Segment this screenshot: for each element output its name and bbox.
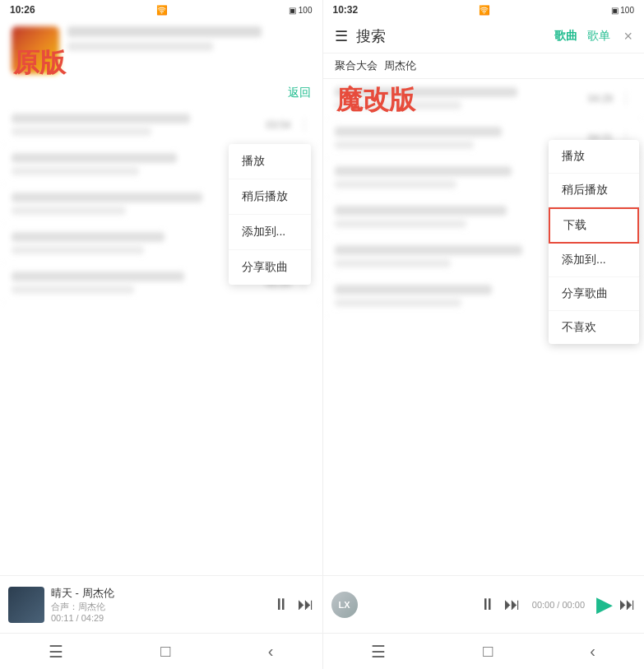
player-info: 晴天 - 周杰伦 合声：周杰伦 00:11 / 04:29 — [51, 586, 266, 623]
player-avatar: LX — [331, 592, 358, 618]
left-status-icons: ▣ 100 — [289, 6, 312, 15]
song-info — [12, 114, 266, 136]
album-title-blur — [67, 26, 262, 37]
menu-item-play-later[interactable]: 稍后播放 — [549, 174, 639, 207]
label-mogaiban: 魔改版 — [336, 82, 415, 118]
right-search-bar: 聚合大会 周杰伦 — [323, 53, 645, 79]
menu-item-download[interactable]: 下载 — [549, 207, 639, 244]
song-name-blur — [335, 166, 512, 176]
left-context-menu: 播放 稍后播放 添加到... 分享歌曲 — [229, 144, 311, 285]
return-button[interactable]: 返回 — [0, 81, 322, 105]
header-title: 搜索 — [356, 26, 386, 46]
menu-item-add-to[interactable]: 添加到... — [229, 215, 311, 250]
right-battery-icon: ▣ 100 — [611, 6, 634, 15]
song-artist-blur — [12, 128, 151, 136]
next-button-right[interactable]: ⏭ — [504, 595, 521, 614]
left-battery-icon: ▣ 100 — [289, 6, 312, 15]
pause-button-right[interactable]: ⏸ — [480, 595, 496, 614]
right-nav-home-icon[interactable]: □ — [483, 642, 493, 661]
song-artist-blur — [335, 141, 475, 149]
close-button[interactable]: × — [623, 28, 632, 45]
menu-item-play[interactable]: 播放 — [229, 144, 311, 179]
player-controls: ⏸ ⏭ — [273, 595, 314, 614]
right-header: ☰ 搜索 歌曲 歌单 × — [323, 20, 645, 53]
song-name-blur — [12, 272, 184, 281]
album-sub-blur — [67, 42, 213, 51]
right-status-bar: 10:32 🛜 ▣ 100 — [323, 0, 645, 20]
tab-songs[interactable]: 歌曲 — [554, 29, 577, 44]
song-artist-blur — [335, 299, 461, 307]
more-icon[interactable]: ⋮ — [298, 117, 311, 132]
player-artist: 合声：周杰伦 — [51, 601, 266, 613]
menu-item-share[interactable]: 分享歌曲 — [229, 250, 311, 285]
nav-home-icon[interactable]: □ — [160, 642, 170, 661]
song-name-blur — [12, 232, 164, 242]
song-duration: 03:54 — [266, 119, 290, 131]
left-nav-bar: ☰ □ ‹ — [0, 633, 322, 669]
song-name-blur — [335, 206, 507, 216]
menu-item-play[interactable]: 播放 — [549, 140, 639, 174]
search-term-2[interactable]: 周杰伦 — [384, 58, 416, 73]
play-button-right[interactable]: ▶ — [596, 592, 613, 617]
right-context-menu: 播放 稍后播放 下载 添加到... 分享歌曲 不喜欢 — [549, 140, 639, 344]
song-name-blur — [335, 127, 503, 137]
song-artist-blur — [12, 207, 126, 215]
skip-button-right[interactable]: ⏭ — [619, 595, 636, 614]
label-yuanban: 原版 — [13, 45, 66, 81]
menu-item-dislike[interactable]: 不喜欢 — [549, 311, 639, 344]
song-artist-blur — [335, 220, 466, 228]
album-details — [67, 26, 311, 51]
left-panel: 10:26 🛜 ▣ 100 原版 返回 03:54 ⋮ — [0, 0, 322, 669]
more-icon[interactable]: ⋮ — [619, 91, 632, 106]
right-status-icons: ▣ 100 — [611, 6, 634, 15]
song-name-blur — [12, 193, 202, 202]
menu-item-play-later[interactable]: 稍后播放 — [229, 179, 311, 215]
right-nav-bar: ☰ □ ‹ — [323, 633, 645, 669]
menu-item-share[interactable]: 分享歌曲 — [549, 277, 639, 311]
right-bottom-player: LX ⏸ ⏭ 00:00 / 00:00 ▶ ⏭ — [323, 575, 645, 633]
left-bottom-player: 晴天 - 周杰伦 合声：周杰伦 00:11 / 04:29 ⏸ ⏭ — [0, 575, 322, 633]
song-artist-blur — [12, 286, 134, 294]
right-panel: 10:32 🛜 ▣ 100 ☰ 搜索 歌曲 歌单 × 聚合大会 周杰伦 魔改版 … — [322, 0, 645, 669]
right-nav-menu-icon[interactable]: ☰ — [371, 642, 386, 662]
song-name-blur — [335, 245, 522, 255]
left-status-bar: 10:26 🛜 ▣ 100 — [0, 0, 322, 20]
nav-back-icon[interactable]: ‹ — [268, 642, 274, 661]
right-player-time: 00:00 / 00:00 — [532, 600, 585, 610]
header-tabs: 歌曲 歌单 — [554, 29, 610, 44]
song-artist-blur — [335, 180, 456, 188]
hamburger-icon[interactable]: ☰ — [335, 27, 348, 45]
song-name-blur — [335, 285, 492, 295]
right-wifi-icon: 🛜 — [479, 5, 490, 16]
pause-button[interactable]: ⏸ — [273, 595, 290, 614]
search-term-1[interactable]: 聚合大会 — [335, 58, 378, 73]
song-artist-blur — [335, 259, 452, 267]
song-artist-blur — [12, 167, 139, 175]
next-button[interactable]: ⏭ — [298, 595, 314, 614]
tab-playlist[interactable]: 歌单 — [587, 29, 610, 44]
player-album-art — [8, 587, 44, 623]
right-nav-back-icon[interactable]: ‹ — [590, 642, 595, 661]
song-artist-blur — [12, 246, 144, 254]
song-name-blur — [12, 114, 190, 123]
right-time: 10:32 — [333, 4, 359, 16]
player-song-name: 晴天 - 周杰伦 — [51, 586, 266, 601]
song-duration: 04:29 — [588, 93, 613, 105]
player-time: 00:11 / 04:29 — [51, 613, 266, 623]
left-wifi-icon: 🛜 — [156, 5, 168, 16]
table-row: 03:54 ⋮ — [0, 105, 322, 145]
left-time: 10:26 — [10, 4, 35, 16]
menu-item-add-to[interactable]: 添加到... — [549, 244, 639, 277]
right-player-controls: ⏸ ⏭ — [480, 595, 521, 614]
nav-menu-icon[interactable]: ☰ — [49, 642, 63, 662]
song-name-blur — [12, 153, 177, 163]
